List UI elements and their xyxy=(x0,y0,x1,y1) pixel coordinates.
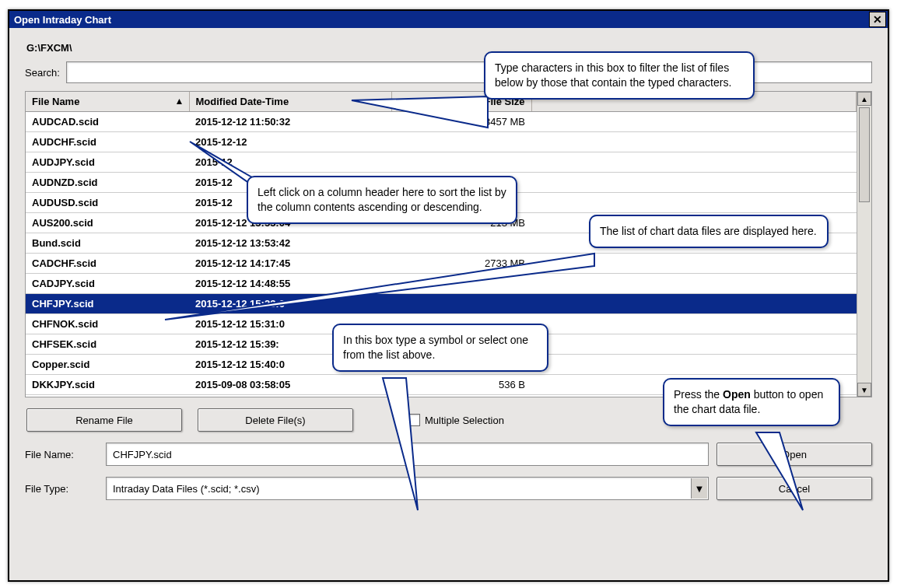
svg-marker-3 xyxy=(383,378,418,510)
cell-modified: 2015-12-12 13:53:42 xyxy=(189,233,391,254)
svg-marker-0 xyxy=(352,96,488,128)
cell-filename: Bund.scid xyxy=(26,233,189,254)
filetype-value: Intraday Data Files (*.scid; *.csv) xyxy=(113,483,260,495)
cell-filename: AUDUSD.scid xyxy=(26,193,189,213)
open-intraday-chart-dialog: Open Intraday Chart ✕ G:\FXCM\ Search: F… xyxy=(8,9,889,582)
cell-modified: 2015-09-08 03:58:05 xyxy=(189,375,391,395)
svg-marker-4 xyxy=(756,432,803,510)
dropdown-button[interactable]: ▼ xyxy=(691,478,707,499)
filename-label: File Name: xyxy=(25,449,98,460)
callout-sort-help: Left click on a column header here to so… xyxy=(247,176,517,224)
table-row[interactable]: AUDJPY.scid2015-12 xyxy=(26,152,857,173)
search-label: Search: xyxy=(25,67,60,79)
delete-files-button[interactable]: Delete File(s) xyxy=(198,408,353,432)
window-title: Open Intraday Chart xyxy=(14,14,111,26)
scroll-up-icon[interactable]: ▲ xyxy=(857,92,871,106)
svg-marker-1 xyxy=(190,142,252,185)
vertical-scrollbar[interactable]: ▲ ▼ xyxy=(857,92,871,397)
chevron-down-icon: ▼ xyxy=(695,483,705,495)
titlebar: Open Intraday Chart ✕ xyxy=(9,11,888,28)
cell-filename: AUDNZD.scid xyxy=(26,173,189,193)
cell-filename: AUDCAD.scid xyxy=(26,112,189,132)
scroll-down-icon[interactable]: ▼ xyxy=(857,383,871,397)
callout-list-help: The list of chart data files are display… xyxy=(589,215,829,248)
cell-filename: DKKJPY.scid xyxy=(26,375,189,395)
svg-marker-2 xyxy=(165,254,594,320)
cell-filename: AUDCHF.scid xyxy=(26,132,189,152)
callout-filename-help: In this box type a symbol or select one … xyxy=(332,324,548,372)
cell-size xyxy=(391,152,531,173)
cell-size xyxy=(391,233,531,254)
rename-file-button[interactable]: Rename File xyxy=(26,408,182,432)
column-header-filename[interactable]: File Name▲ xyxy=(26,92,189,112)
scroll-thumb[interactable] xyxy=(859,107,870,202)
cell-filename: Copper.scid xyxy=(26,355,189,375)
cell-filename: AUS200.scid xyxy=(26,213,189,233)
callout-search-help: Type characters in this box to filter th… xyxy=(484,51,755,100)
filetype-label: File Type: xyxy=(25,483,98,495)
sort-asc-icon: ▲ xyxy=(175,96,184,107)
cell-filename: AUDJPY.scid xyxy=(26,152,189,173)
close-button[interactable]: ✕ xyxy=(869,12,886,27)
callout-open-help: Press the Open button to open the chart … xyxy=(663,378,840,426)
close-icon: ✕ xyxy=(873,14,882,25)
